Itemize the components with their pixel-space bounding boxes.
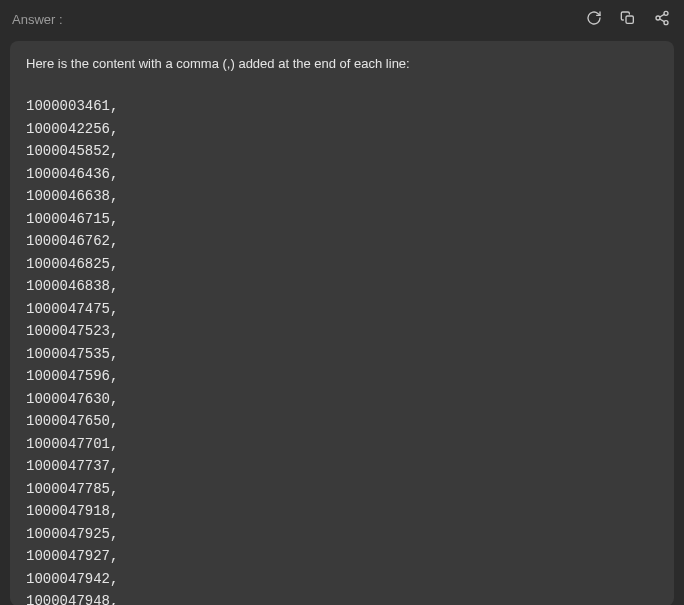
number-line: 1000047475, (26, 298, 658, 321)
number-line: 1000047918, (26, 500, 658, 523)
share-button[interactable] (652, 8, 672, 31)
number-line: 1000047701, (26, 433, 658, 456)
svg-line-5 (660, 14, 665, 17)
number-line: 1000047535, (26, 343, 658, 366)
number-line: 1000047942, (26, 568, 658, 591)
number-line: 1000047596, (26, 365, 658, 388)
copy-button[interactable] (618, 8, 638, 31)
number-line: 1000042256, (26, 118, 658, 141)
number-line: 1000046838, (26, 275, 658, 298)
number-line: 1000047925, (26, 523, 658, 546)
number-line: 1000047650, (26, 410, 658, 433)
number-line: 1000046825, (26, 253, 658, 276)
header-actions (584, 8, 672, 31)
answer-content: Here is the content with a comma (,) add… (10, 41, 674, 605)
number-line: 1000045852, (26, 140, 658, 163)
svg-rect-0 (626, 16, 633, 23)
intro-text: Here is the content with a comma (,) add… (26, 55, 658, 73)
number-line: 1000047927, (26, 545, 658, 568)
number-line: 1000046436, (26, 163, 658, 186)
share-icon (654, 10, 670, 29)
svg-line-4 (660, 19, 665, 22)
number-list: 1000003461,1000042256,1000045852,1000046… (26, 95, 658, 605)
number-line: 1000047948, (26, 590, 658, 605)
answer-label: Answer : (12, 12, 63, 27)
number-line: 1000047737, (26, 455, 658, 478)
number-line: 1000047785, (26, 478, 658, 501)
number-line: 1000046762, (26, 230, 658, 253)
refresh-button[interactable] (584, 8, 604, 31)
copy-icon (620, 10, 636, 29)
answer-header: Answer : (0, 0, 684, 37)
number-line: 1000046715, (26, 208, 658, 231)
number-line: 1000046638, (26, 185, 658, 208)
refresh-icon (586, 10, 602, 29)
number-line: 1000047630, (26, 388, 658, 411)
number-line: 1000047523, (26, 320, 658, 343)
number-line: 1000003461, (26, 95, 658, 118)
